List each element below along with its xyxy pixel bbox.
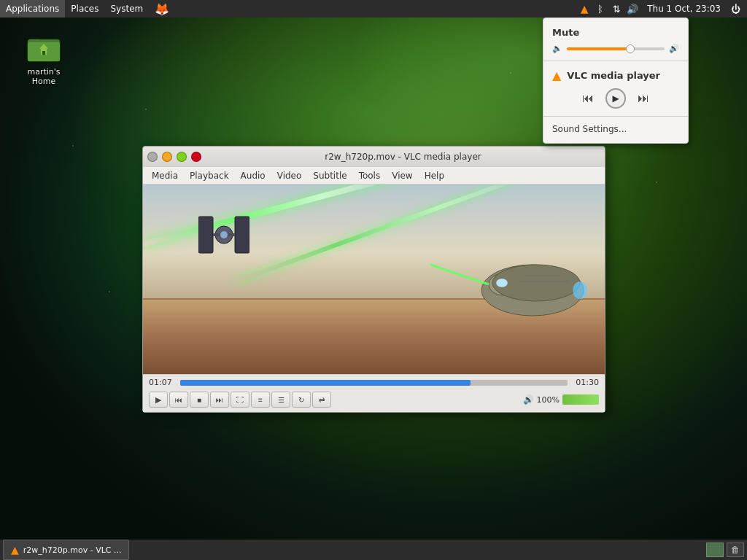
- sound-divider-2: [543, 116, 688, 117]
- taskbar-trash[interactable]: 🗑: [727, 542, 744, 557]
- power-icon[interactable]: ⏻: [728, 0, 743, 18]
- taskbar-vlc-label: r2w_h720p.mov - VLC ...: [23, 545, 122, 555]
- millennium-falcon: [430, 232, 591, 327]
- menu-video[interactable]: Video: [271, 167, 308, 184]
- maximize-button[interactable]: [177, 152, 187, 162]
- home-folder-icon[interactable]: martin's Home: [15, 29, 73, 86]
- volume-bar[interactable]: [562, 394, 599, 405]
- vlc-video-area[interactable]: [143, 184, 605, 374]
- vlc-popup-icon: ▲: [552, 69, 561, 82]
- svg-rect-0: [28, 39, 60, 61]
- svg-rect-14: [235, 217, 249, 253]
- total-time: 01:30: [573, 378, 599, 387]
- menu-media[interactable]: Media: [146, 167, 184, 184]
- bt-icon: ᛒ: [597, 4, 603, 15]
- menu-audio[interactable]: Audio: [235, 167, 271, 184]
- svg-point-18: [220, 231, 228, 238]
- play-pause-button[interactable]: ▶: [149, 392, 168, 408]
- volume-thumb: [626, 44, 635, 53]
- firefox-launcher[interactable]: 🦊: [149, 0, 175, 18]
- network-arrows-icon: ⇅: [613, 4, 621, 15]
- svg-rect-1: [28, 42, 60, 61]
- stop-icon: ■: [197, 396, 201, 404]
- menu-help[interactable]: Help: [419, 167, 450, 184]
- vlc-window: r2w_h720p.mov - VLC media player Media P…: [142, 146, 605, 413]
- play-triangle-icon: ▶: [155, 395, 161, 405]
- menu-subtitle[interactable]: Subtitle: [307, 167, 352, 184]
- extended-button[interactable]: ≡: [251, 392, 270, 408]
- volume-row: 🔈 🔊: [543, 41, 688, 56]
- vol-high-icon: 🔊: [669, 44, 679, 53]
- sound-settings-button[interactable]: Sound Settings...: [543, 121, 688, 137]
- mute-label: Mute: [552, 27, 679, 38]
- svg-rect-4: [42, 51, 45, 55]
- mute-row: Mute: [543, 24, 688, 41]
- playlist-icon: ☰: [278, 396, 285, 404]
- taskbar-show-desktop[interactable]: [706, 542, 724, 557]
- close-button[interactable]: [191, 152, 201, 162]
- svg-line-12: [430, 265, 489, 284]
- sound-icon[interactable]: 🔊: [625, 0, 640, 18]
- menu-playback[interactable]: Playback: [184, 167, 235, 184]
- vlc-prev-button[interactable]: ⏮: [582, 92, 594, 105]
- volume-slider[interactable]: [567, 47, 665, 50]
- vol-low-icon: 🔈: [552, 44, 562, 53]
- controls-row: ▶ ⏮ ■ ⏭ ⛶ ≡ ☰: [143, 390, 605, 412]
- stop-button[interactable]: ■: [190, 392, 209, 408]
- taskbar-right: 🗑: [706, 542, 747, 557]
- next-button[interactable]: ⏭: [210, 392, 229, 408]
- prev-button[interactable]: ⏮: [169, 392, 188, 408]
- volume-fill: [567, 47, 630, 50]
- speaker-icon: 🔊: [627, 4, 638, 15]
- shuffle-button[interactable]: ⇄: [312, 392, 331, 408]
- vlc-controls: 01:07 01:30 ▶ ⏮ ■ ⏭: [143, 374, 605, 412]
- svg-point-8: [573, 281, 587, 299]
- svg-rect-13: [198, 217, 213, 253]
- vlc-popup-title: VLC media player: [567, 70, 660, 81]
- volume-fill: [562, 394, 599, 405]
- svg-rect-3: [41, 49, 47, 55]
- network-icon[interactable]: ⇅: [609, 0, 624, 18]
- panel-left: Applications Places System 🦊: [0, 0, 175, 18]
- trash-icon: 🗑: [731, 545, 740, 555]
- vlc-menubar: Media Playback Audio Video Subtitle Tool…: [143, 167, 605, 184]
- menu-view[interactable]: View: [386, 167, 418, 184]
- vlc-next-button[interactable]: ⏭: [638, 92, 649, 105]
- fullscreen-icon: ⛶: [236, 396, 244, 404]
- loop-icon: ↻: [298, 396, 304, 404]
- desktop: Applications Places System 🦊 ▲ ᛒ ⇅ 🔊 Thu…: [0, 0, 747, 560]
- vlc-titlebar: r2w_h720p.mov - VLC media player: [143, 147, 605, 167]
- playlist-button[interactable]: ☰: [271, 392, 290, 408]
- folder-icon-image: [26, 29, 61, 64]
- vlc-popup-row: ▲ VLC media player: [543, 66, 688, 85]
- minimize-button[interactable]: [162, 152, 172, 162]
- firefox-icon: 🦊: [155, 2, 169, 16]
- taskbar-vlc-icon: ▲: [11, 544, 19, 556]
- tie-fighter: [198, 213, 249, 257]
- volume-percent: 100%: [537, 395, 560, 405]
- loop-button[interactable]: ↻: [292, 392, 311, 408]
- progress-row: 01:07 01:30: [143, 375, 605, 390]
- datetime[interactable]: Thu 1 Oct, 23:03: [641, 4, 727, 14]
- progress-bar[interactable]: [180, 380, 568, 386]
- taskbar-vlc-item[interactable]: ▲ r2w_h720p.mov - VLC ...: [3, 540, 129, 560]
- system-menu[interactable]: System: [104, 0, 149, 18]
- vlc-play-pause-button[interactable]: ▶: [605, 88, 626, 109]
- home-icon-label: martin's Home: [15, 67, 73, 86]
- play-icon: ▶: [612, 93, 619, 104]
- menu-tools[interactable]: Tools: [353, 167, 387, 184]
- titlebar-dot: [147, 152, 158, 162]
- next-icon: ⏭: [216, 396, 223, 404]
- vlc-tray-icon[interactable]: ▲: [577, 0, 592, 18]
- volume-control: 🔊 100%: [523, 394, 599, 405]
- top-panel: Applications Places System 🦊 ▲ ᛒ ⇅ 🔊 Thu…: [0, 0, 747, 18]
- fullscreen-button[interactable]: ⛶: [231, 392, 249, 408]
- panel-right: ▲ ᛒ ⇅ 🔊 Thu 1 Oct, 23:03 ⏻: [577, 0, 747, 18]
- applications-menu[interactable]: Applications: [0, 0, 65, 18]
- current-time: 01:07: [149, 378, 174, 387]
- places-menu[interactable]: Places: [65, 0, 104, 18]
- svg-marker-2: [39, 44, 48, 49]
- vlc-cone-icon: ▲: [581, 3, 589, 15]
- bluetooth-icon[interactable]: ᛒ: [593, 0, 608, 18]
- taskbar: ▲ r2w_h720p.mov - VLC ... 🗑: [0, 540, 747, 560]
